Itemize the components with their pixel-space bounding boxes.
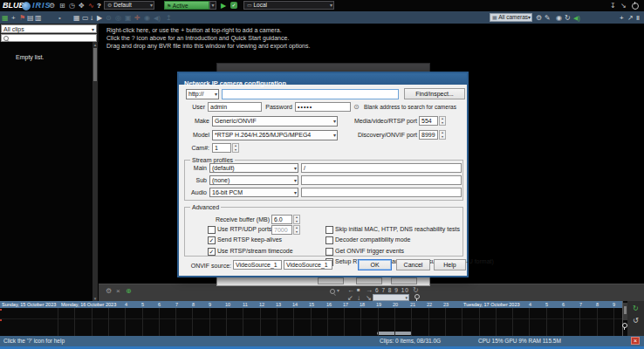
timeline[interactable]: Sunday, 15 October 2023Monday, 16 Octobe… xyxy=(0,301,644,336)
loop-refresh-icon[interactable]: ↻ xyxy=(413,286,419,294)
profile-dropdown[interactable]: ⚙ Default ▾ xyxy=(104,1,154,10)
clip-download-icon[interactable]: ↓ xyxy=(90,14,93,22)
pause-icon[interactable]: ‖ xyxy=(636,14,640,22)
checkbox[interactable] xyxy=(325,226,333,234)
step-back-icon[interactable]: ← xyxy=(347,286,354,294)
discovery-port-spinner[interactable]: ▴▾ xyxy=(439,130,446,140)
undo-icon[interactable]: ↺ xyxy=(633,317,639,325)
sub-stream-path-input[interactable] xyxy=(301,175,462,185)
clip-folder-icon[interactable]: ▥ xyxy=(35,14,42,22)
make-dropdown[interactable]: Generic/ONVIF▾ xyxy=(212,116,338,127)
camera-edit-icon[interactable]: ✎ xyxy=(545,14,551,22)
receive-buffer-spinner[interactable]: ▴▾ xyxy=(293,215,300,224)
clip-calendar-icon[interactable]: ▦ xyxy=(73,14,80,22)
checkbox[interactable] xyxy=(208,226,216,234)
model-dropdown[interactable]: *RTSP H.264/H.265/MJPG/MPEG4▾ xyxy=(212,130,338,140)
schedule-chevron-button[interactable]: ▾ xyxy=(209,1,216,10)
discovery-port-input[interactable]: 8999 xyxy=(419,130,438,140)
cam-number-input[interactable]: 1 xyxy=(212,143,231,153)
media-port-spinner[interactable]: ▴▾ xyxy=(439,116,446,126)
dialog-titlebar[interactable]: Network IP camera configuration xyxy=(179,73,467,85)
status-graph-icon[interactable]: ∿ xyxy=(88,2,94,10)
status-close-icon[interactable]: × xyxy=(631,337,640,345)
user-input[interactable]: admin xyxy=(208,102,262,112)
move-ptz-icon[interactable]: ✥ xyxy=(79,2,85,10)
sub-stream-dropdown[interactable]: (none)▾ xyxy=(209,175,298,185)
receive-buffer-input[interactable]: 6.0 xyxy=(271,215,292,224)
schedule-clock-icon[interactable]: ◷ xyxy=(69,2,75,10)
media-port-input[interactable]: 554 xyxy=(419,116,438,126)
rtp-ports-input[interactable]: 7000 xyxy=(271,225,292,235)
date-dropdown[interactable]: ▾ xyxy=(373,294,409,301)
checkbox[interactable]: ✓ xyxy=(208,236,216,244)
schedule-dropdown[interactable]: ⚑ Active xyxy=(164,1,209,10)
refresh-icon[interactable]: ↻ xyxy=(565,14,571,22)
onvif-source-input-1[interactable]: VideoSource_1 xyxy=(233,260,282,270)
traffic-play-icon[interactable]: ▶ xyxy=(221,2,226,10)
timeline-hour-label: 6 xyxy=(562,302,565,307)
audio-stream-path-input[interactable] xyxy=(301,188,462,197)
help-button[interactable]: Help xyxy=(434,259,466,270)
cam-number-spinner[interactable]: ▴▾ xyxy=(232,143,239,153)
controls-gear-icon[interactable]: ⚙ xyxy=(106,287,112,295)
server-dropdown[interactable]: ▭ Local ▾ xyxy=(243,1,334,10)
page-numbers[interactable]: 6 7 8 9 10 xyxy=(375,287,409,293)
clip-layers-icon[interactable]: ▤ xyxy=(27,14,34,22)
main-stream-path-input[interactable]: / xyxy=(301,163,462,173)
checkbox[interactable] xyxy=(325,236,333,244)
checkbox[interactable] xyxy=(325,248,333,256)
stream-icon[interactable]: ◉ xyxy=(556,14,562,22)
clips-scrollbar[interactable]: ▴ ▾ xyxy=(92,42,98,301)
scrollbar-thumb[interactable] xyxy=(93,48,97,81)
sync-clock-icon[interactable]: ↻ xyxy=(633,305,639,312)
zoom-search-icon[interactable] xyxy=(330,289,335,294)
timeline-vscrollbar-thumb[interactable] xyxy=(624,306,627,314)
clip-eraser-icon[interactable]: ▭ xyxy=(82,14,89,22)
clip-export-icon[interactable]: ▶ xyxy=(97,14,102,22)
add-view-icon[interactable]: + xyxy=(620,14,624,22)
rtp-ports-spinner[interactable]: ▴▾ xyxy=(293,225,300,235)
controls-close-icon[interactable]: × xyxy=(116,287,120,295)
ok-button[interactable]: OK xyxy=(358,259,392,270)
clips-filter-dropdown[interactable]: All clips ▾ xyxy=(1,24,97,33)
address-input[interactable] xyxy=(222,89,399,99)
schedule-flag-icon: ⚑ xyxy=(167,3,171,9)
new-camera-button-1[interactable] xyxy=(318,277,344,284)
chevron-down-icon[interactable]: ▾ xyxy=(337,287,339,293)
onvif-source-input-2[interactable]: VideoSource_1 xyxy=(284,260,332,270)
timeline-track[interactable] xyxy=(0,308,622,336)
new-camera-button-2[interactable] xyxy=(356,277,382,284)
password-input[interactable]: ••••• xyxy=(295,102,351,112)
clip-grid-icon[interactable]: ▦ xyxy=(2,14,9,22)
find-inspect-button[interactable]: Find/inspect... xyxy=(404,88,465,99)
settings-gear-icon[interactable]: ⚙ xyxy=(49,2,55,10)
logo-blue-text: BLUE xyxy=(3,1,24,10)
cameras-dropdown[interactable]: ▦ All cameras ▾ xyxy=(490,13,532,22)
clip-add-icon[interactable]: + xyxy=(11,14,16,22)
speaker-icon[interactable]: ◀) xyxy=(573,14,580,22)
web-globe-icon[interactable]: ⊕ xyxy=(126,287,132,295)
clip-flag-icon[interactable]: ⚑ xyxy=(19,14,25,22)
main-stream-dropdown[interactable]: (default)▾ xyxy=(209,163,298,173)
expand-view-icon[interactable]: ↗ xyxy=(627,14,634,22)
scroll-up-icon[interactable]: ▴ xyxy=(92,42,98,47)
add-camera-icon[interactable]: ⊞ xyxy=(59,2,65,10)
shield-check-icon[interactable]: ✓ xyxy=(230,2,237,9)
audio-stream-dropdown[interactable]: 16-bit PCM▾ xyxy=(209,188,298,197)
clips-list[interactable]: Empty list. ▴ ▾ xyxy=(0,42,99,301)
checkbox[interactable]: ✓ xyxy=(208,248,216,256)
step-forward-icon[interactable]: → xyxy=(366,286,373,294)
marker-pin-icon[interactable] xyxy=(414,294,420,299)
clips-search-input[interactable] xyxy=(1,34,97,42)
clip-dot-icon[interactable]: • xyxy=(58,14,61,22)
help-icon[interactable]: ? xyxy=(97,2,101,10)
export-download-icon[interactable]: ↧ xyxy=(610,2,616,10)
timeline-header[interactable]: Sunday, 15 October 2023Monday, 16 Octobe… xyxy=(0,301,622,308)
power-icon[interactable] xyxy=(632,3,639,10)
fullscreen-icon[interactable]: ↘ xyxy=(620,2,627,10)
stop-icon[interactable]: ■ xyxy=(357,286,360,294)
camera-settings-icon[interactable]: ⚙ xyxy=(536,14,542,22)
protocol-dropdown[interactable]: http://▾ xyxy=(186,89,219,99)
new-camera-button-3[interactable] xyxy=(391,277,417,284)
cancel-button[interactable]: Cancel xyxy=(396,259,430,270)
